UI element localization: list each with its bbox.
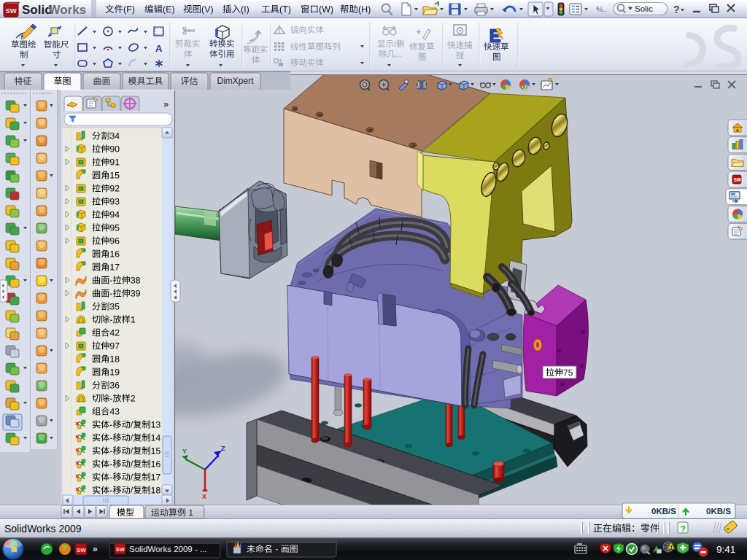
- svg-text:SW: SW: [77, 547, 86, 553]
- svg-text:Solid: Solid: [22, 3, 53, 17]
- svg-text:»: »: [163, 98, 169, 109]
- svg-text:Solic: Solic: [635, 4, 653, 13]
- svg-text:?: ?: [673, 4, 680, 15]
- svg-text:SW: SW: [734, 177, 742, 182]
- svg-text:9:41: 9:41: [716, 544, 735, 555]
- svg-text:?: ?: [681, 524, 686, 533]
- svg-text:0KB/S: 0KB/S: [706, 507, 731, 516]
- svg-text:+: +: [416, 26, 422, 37]
- svg-text:⅍..: ⅍..: [596, 5, 607, 13]
- svg-text:A: A: [155, 43, 163, 54]
- svg-text:0KB/S: 0KB/S: [651, 507, 676, 516]
- svg-text:!: !: [279, 27, 281, 34]
- svg-text:Works: Works: [49, 3, 87, 17]
- svg-text:SW: SW: [6, 7, 17, 15]
- svg-text:Z: Z: [221, 445, 225, 452]
- svg-text:X: X: [202, 493, 206, 500]
- svg-text:DimXpert: DimXpert: [217, 76, 254, 86]
- svg-text:!: !: [670, 544, 673, 551]
- svg-text:SW: SW: [116, 546, 125, 553]
- svg-text:Y: Y: [182, 448, 187, 455]
- svg-text:SolidWorks 2009: SolidWorks 2009: [4, 523, 82, 534]
- svg-text:»: »: [93, 544, 98, 554]
- svg-text:SolidWorks 2009 - ...: SolidWorks 2009 - ...: [129, 545, 207, 553]
